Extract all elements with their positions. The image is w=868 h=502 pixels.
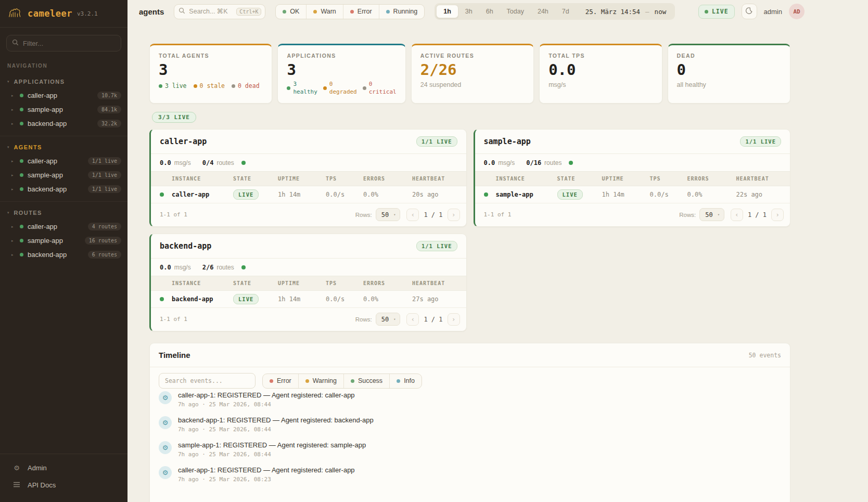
cell-tps: 0.0/s	[326, 295, 363, 303]
global-search[interactable]: Ctrl+K	[174, 4, 265, 19]
caret-right-icon: ▸	[11, 225, 16, 229]
routes-count: 0/4	[202, 159, 214, 166]
cell-tps: 0.0/s	[326, 191, 363, 198]
section-header-agents[interactable]: ▾ AGENTS	[0, 140, 127, 154]
table-row[interactable]: backend-app LIVE 1h 14m 0.0/s 0.0% 27s a…	[151, 291, 466, 308]
filter-success-button[interactable]: Success	[343, 374, 389, 388]
table-row[interactable]: sample-app LIVE 1h 14m 0.0/s 0.0% 22s ag…	[475, 186, 790, 203]
events-search-input[interactable]	[159, 373, 256, 389]
filter-info-button[interactable]: Info	[389, 374, 422, 388]
instance-dot-icon	[160, 192, 164, 197]
filter-label: Error	[277, 377, 291, 384]
sidebar-item-agents-caller-app[interactable]: ▸ caller-app 1/1 live	[0, 154, 127, 168]
error-dot-icon	[270, 379, 273, 383]
sidebar-item-routes-sample-app[interactable]: ▸ sample-app 16 routes	[0, 234, 127, 248]
section-applications: ▾ APPLICATIONS ▸ caller-app 10.7k ▸ samp…	[0, 71, 127, 136]
col-uptime: UPTIME	[602, 176, 650, 182]
next-page-button[interactable]: ›	[771, 209, 784, 221]
filter-ok-button[interactable]: OK	[276, 5, 306, 19]
search-input[interactable]	[189, 8, 233, 15]
section-header-routes[interactable]: ▾ ROUTES	[0, 206, 127, 220]
filter-input[interactable]	[23, 40, 116, 47]
filter-warn-button[interactable]: Warn	[306, 5, 342, 19]
stat-subtitle: all healthy	[677, 81, 781, 88]
ok-dot-icon	[283, 10, 286, 14]
filter-warning-button[interactable]: Warning	[298, 374, 343, 388]
stale-dot-icon	[194, 84, 197, 88]
live-status-badge[interactable]: LIVE	[698, 5, 735, 19]
msg-rate: 0.0	[484, 159, 495, 166]
sidebar-item-routes-caller-app[interactable]: ▸ caller-app 4 routes	[0, 220, 127, 234]
prev-page-button[interactable]: ‹	[406, 209, 419, 221]
meta-label: 0 dead	[238, 82, 260, 89]
sidebar-item-badge: 6 routes	[88, 251, 121, 259]
camel-logo-icon	[7, 6, 23, 21]
avatar[interactable]: AD	[789, 4, 805, 19]
prev-page-button[interactable]: ‹	[406, 313, 419, 326]
sidebar-item-agents-sample-app[interactable]: ▸ sample-app 1/1 live	[0, 168, 127, 182]
sidebar-item-admin[interactable]: ⚙ Admin	[0, 459, 127, 477]
stat-title: TOTAL AGENTS	[159, 53, 263, 59]
date-start: 25. März 14:54	[585, 8, 640, 16]
event-item[interactable]: ⚙ caller-app-1: REGISTERED — Agent regis…	[150, 462, 790, 487]
cell-instance: sample-app	[496, 191, 557, 198]
section-header-applications[interactable]: ▾ APPLICATIONS	[0, 75, 127, 88]
cell-heartbeat: 27s ago	[412, 295, 466, 303]
rows-per-page-select[interactable]: 50 ▾	[376, 313, 401, 326]
cell-errors: 0.0%	[363, 191, 412, 198]
event-item[interactable]: ⚙ caller-app-1: REGISTERED — Agent regis…	[150, 391, 790, 412]
filter-error-button[interactable]: Error	[343, 5, 379, 19]
section-title: AGENTS	[14, 144, 42, 150]
row-range: 1-1 of 1	[484, 211, 512, 218]
sidebar-filter[interactable]	[6, 35, 121, 52]
event-item[interactable]: ⚙ sample-app-1: REGISTERED — Agent regis…	[150, 437, 790, 462]
dark-mode-toggle[interactable]	[742, 4, 757, 19]
cell-instance: caller-app	[172, 191, 233, 198]
event-item[interactable]: ⚙ backend-app-1: REGISTERED — Agent regi…	[150, 412, 790, 437]
range-6h-button[interactable]: 6h	[479, 5, 500, 18]
event-title: caller-app-1: REGISTERED — Agent registe…	[178, 466, 355, 474]
sidebar-item-label: sample-app	[28, 171, 84, 179]
rows-per-page-select[interactable]: 50 ▾	[376, 208, 401, 221]
stat-title: APPLICATIONS	[287, 53, 396, 59]
prev-page-button[interactable]: ‹	[731, 209, 743, 221]
next-page-button[interactable]: ›	[448, 209, 460, 221]
critical-dot-icon	[363, 86, 366, 90]
stat-card-dead: DEAD 0 all healthy	[668, 44, 790, 104]
timeline-toolbar: Error Warning Success Info	[150, 367, 790, 391]
app-live-badge: 1/1 LIVE	[740, 136, 781, 147]
range-1h-button[interactable]: 1h	[436, 5, 458, 18]
table-row[interactable]: caller-app LIVE 1h 14m 0.0/s 0.0% 20s ag…	[151, 186, 466, 203]
table-footer: 1-1 of 1 Rows: 50 ▾ ‹ 1 / 1 ›	[151, 308, 466, 331]
sidebar-item-applications-backend-app[interactable]: ▸ backend-app 32.2k	[0, 117, 127, 131]
live-dot-icon	[159, 84, 162, 88]
filter-label: Error	[358, 8, 372, 15]
next-page-button[interactable]: ›	[448, 313, 460, 326]
sidebar-item-routes-backend-app[interactable]: ▸ backend-app 6 routes	[0, 248, 127, 262]
sidebar-item-agents-backend-app[interactable]: ▸ backend-app 1/1 live	[0, 182, 127, 196]
meta-label: critical	[369, 88, 397, 96]
filter-error-button[interactable]: Error	[263, 374, 298, 388]
section-title: APPLICATIONS	[14, 79, 65, 85]
range-24h-button[interactable]: 24h	[531, 5, 555, 18]
event-filter-group: Error Warning Success Info	[262, 374, 422, 389]
msg-unit: msg/s	[174, 264, 191, 271]
stats-row: TOTAL AGENTS 3 3 live 0 stale 0 dead	[149, 44, 790, 104]
range-today-button[interactable]: Today	[500, 5, 531, 18]
sidebar-item-applications-caller-app[interactable]: ▸ caller-app 10.7k	[0, 88, 127, 102]
sidebar-item-label: backend-app	[28, 185, 84, 193]
meta-label: 0 stale	[200, 82, 225, 89]
col-state: STATE	[233, 280, 278, 286]
range-7d-button[interactable]: 7d	[555, 5, 576, 18]
topbar-right-cluster: LIVE admin AD	[698, 4, 805, 19]
search-icon	[178, 7, 185, 16]
live-dot-icon	[705, 10, 708, 14]
rows-per-page-select[interactable]: 50 ▾	[699, 208, 724, 221]
sidebar-item-api-docs[interactable]: API Docs	[0, 477, 127, 494]
filter-running-button[interactable]: Running	[379, 5, 425, 19]
range-3h-button[interactable]: 3h	[458, 5, 479, 18]
events-list[interactable]: ⚙ caller-app-1: REGISTERED — Agent regis…	[150, 391, 790, 501]
sidebar-item-applications-sample-app[interactable]: ▸ sample-app 84.1k	[0, 102, 127, 117]
app-card-backend-app: backend-app 1/1 LIVE 0.0 msg/s 2/6 route…	[149, 234, 467, 331]
live-label: LIVE	[712, 8, 729, 15]
